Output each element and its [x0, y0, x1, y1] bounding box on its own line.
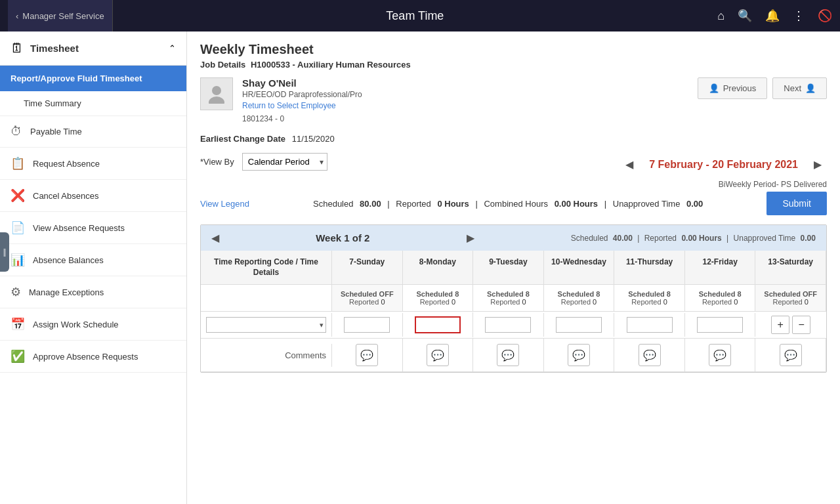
action-row: View Legend Scheduled 80.00 | Reported 0…	[200, 192, 827, 215]
sidebar-item-manage-exceptions[interactable]: ⚙ Manage Exceptions	[0, 276, 186, 308]
sidebar-item-absence-balances[interactable]: 📊 Absence Balances	[0, 244, 186, 276]
date-next-arrow[interactable]: ▶	[808, 156, 827, 173]
comments-row: Comments 💬 💬 💬 💬 💬	[201, 339, 826, 372]
employee-id: 1801234 - 0	[242, 114, 362, 123]
sidebar: 🗓 Timesheet ⌃ Report/Approve Fluid Times…	[0, 32, 187, 504]
svg-point-0	[212, 86, 221, 95]
schedule-row: Scheduled OFF Reported 0 Scheduled 8 Rep…	[201, 285, 826, 312]
content-inner: Weekly Timesheet Job Details H1000533 - …	[187, 32, 840, 383]
period-stats-bar: Scheduled 80.00 | Reported 0 Hours | Com…	[249, 199, 766, 209]
remove-row-button[interactable]: −	[792, 316, 810, 334]
comment-button-saturday[interactable]: 💬	[780, 344, 802, 366]
comment-button-friday[interactable]: 💬	[709, 344, 731, 366]
submit-button[interactable]: Submit	[766, 192, 827, 215]
forbidden-icon[interactable]: 🚫	[818, 9, 832, 23]
approve-absence-icon: ✅	[10, 349, 25, 364]
next-person-icon: 👤	[805, 83, 816, 93]
back-nav[interactable]: ‹ Manager Self Service	[8, 0, 113, 32]
sidebar-item-time-summary[interactable]: Time Summary	[0, 91, 186, 116]
home-icon[interactable]: ⌂	[717, 9, 724, 23]
sidebar-item-assign-work-schedule[interactable]: 📅 Assign Work Schedule	[0, 308, 186, 341]
next-button[interactable]: Next 👤	[772, 77, 827, 99]
time-input-friday	[685, 313, 756, 337]
time-input-field-thursday[interactable]	[627, 317, 673, 333]
col-header-thursday: 11-Thursday	[614, 251, 685, 284]
timesheet-section-icon: 🗓	[10, 41, 24, 56]
sidebar-item-report-approve[interactable]: Report/Approve Fluid Timesheet	[0, 66, 186, 91]
cancel-absences-icon: ❌	[10, 188, 25, 203]
bell-icon[interactable]: 🔔	[765, 9, 780, 23]
time-input-field-sunday[interactable]	[344, 317, 390, 333]
prev-person-icon: 👤	[709, 83, 719, 93]
sidebar-collapse-handle[interactable]: ║	[0, 232, 9, 272]
comment-button-thursday[interactable]: 💬	[639, 344, 661, 366]
schedule-cell-2: Scheduled 8 Reported 0	[473, 285, 544, 311]
view-absence-icon: 📄	[10, 220, 25, 235]
change-date-value: 11/15/2020	[292, 134, 335, 144]
comment-button-sunday[interactable]: 💬	[356, 344, 378, 366]
combined-label: Combined Hours	[484, 199, 548, 209]
schedule-cell-0: Scheduled OFF Reported 0	[332, 285, 403, 311]
main-layout: 🗓 Timesheet ⌃ Report/Approve Fluid Times…	[0, 32, 840, 504]
back-arrow-icon: ‹	[16, 11, 18, 21]
return-to-select-link[interactable]: Return to Select Employee	[242, 101, 336, 110]
comment-button-tuesday[interactable]: 💬	[497, 344, 519, 366]
date-range: 7 February - 20 February 2021	[649, 159, 798, 171]
week-next-arrow[interactable]: ▶	[467, 232, 474, 244]
sidebar-item-payable-time[interactable]: ⏱ Payable Time	[0, 116, 186, 148]
date-navigator: ◀ 7 February - 20 February 2021 ▶	[620, 156, 827, 173]
input-select-cell	[201, 313, 332, 337]
sidebar-item-view-absence-requests[interactable]: 📄 View Absence Requests	[0, 212, 186, 244]
schedule-cell-6: Scheduled OFF Reported 0	[755, 285, 826, 311]
avatar	[200, 77, 233, 110]
view-by-label: *View By	[200, 157, 234, 167]
page-title: Weekly Timesheet	[200, 42, 827, 57]
time-input-field-wednesday[interactable]	[556, 317, 602, 333]
svg-point-1	[209, 96, 224, 104]
schedule-row-label	[201, 285, 332, 311]
back-nav-label: Manager Self Service	[22, 11, 104, 21]
add-row-button[interactable]: +	[771, 316, 789, 334]
time-input-field-friday[interactable]	[697, 317, 743, 333]
time-input-field-monday[interactable]	[415, 316, 461, 333]
sidebar-item-cancel-absences[interactable]: ❌ Cancel Absences	[0, 180, 186, 212]
prev-next-buttons: 👤 Previous Next 👤	[698, 77, 827, 99]
view-legend-link[interactable]: View Legend	[200, 199, 249, 209]
request-absence-icon: 📋	[10, 156, 25, 171]
sidebar-collapse-icon[interactable]: ⌃	[169, 43, 176, 53]
sidebar-item-approve-absence-requests[interactable]: ✅ Approve Absence Requests	[0, 341, 186, 373]
unapproved-label: Unapproved Time	[613, 199, 681, 209]
sidebar-item-request-absence[interactable]: 📋 Request Absence	[0, 148, 186, 180]
manage-exceptions-icon: ⚙	[10, 285, 21, 299]
week-prev-arrow[interactable]: ◀	[211, 232, 219, 244]
change-date-label: Earliest Change Date	[200, 134, 285, 144]
view-by-select-wrapper: Calendar Period Week	[242, 153, 327, 171]
scheduled-value: 80.00	[360, 199, 381, 209]
comment-button-wednesday[interactable]: 💬	[568, 344, 590, 366]
assign-schedule-icon: 📅	[10, 317, 25, 331]
col-header-monday: 8-Monday	[403, 251, 474, 284]
view-by-select[interactable]: Calendar Period Week	[242, 153, 327, 171]
col-header-sunday: 7-Sunday	[332, 251, 403, 284]
sidebar-header: 🗓 Timesheet ⌃	[0, 32, 186, 66]
comment-icon-saturday: 💬	[755, 339, 826, 371]
sidebar-section-title: Timesheet	[30, 43, 79, 54]
time-input-field-tuesday[interactable]	[485, 317, 531, 333]
comment-icon-wednesday: 💬	[544, 339, 615, 371]
payable-time-icon: ⏱	[10, 125, 22, 138]
comment-button-monday[interactable]: 💬	[427, 344, 449, 366]
previous-button[interactable]: 👤 Previous	[698, 77, 768, 99]
time-input-thursday	[614, 313, 685, 337]
job-details-label: Job Details	[200, 60, 245, 70]
job-details-value: H1000533 - Auxiliary Human Resources	[251, 60, 411, 70]
col-header-saturday: 13-Saturday	[755, 251, 826, 284]
col-header-tuesday: 9-Tuesday	[473, 251, 544, 284]
time-reporting-code-select[interactable]	[206, 317, 326, 333]
period-info: BiWeekly Period- PS Delivered	[200, 180, 827, 189]
menu-icon[interactable]: ⋮	[793, 9, 805, 23]
job-details: Job Details H1000533 - Auxiliary Human R…	[200, 60, 827, 70]
week-stats: Scheduled 40.00 | Reported 0.00 Hours | …	[571, 234, 816, 243]
search-icon[interactable]: 🔍	[738, 9, 752, 23]
date-prev-arrow[interactable]: ◀	[620, 156, 639, 173]
column-headers: Time Reporting Code / Time Details 7-Sun…	[201, 251, 826, 285]
